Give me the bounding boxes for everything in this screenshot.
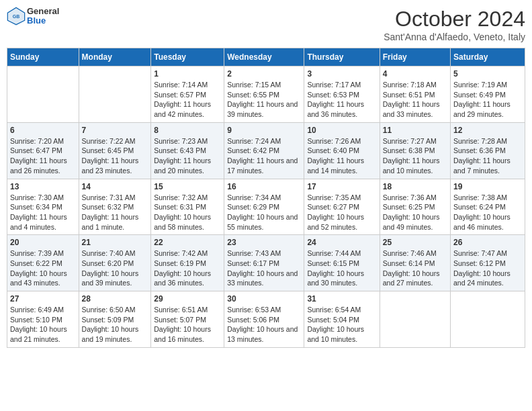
calendar-cell: 1Sunrise: 7:14 AM Sunset: 6:57 PM Daylig… bbox=[151, 66, 224, 123]
calendar-cell: 13Sunrise: 7:30 AM Sunset: 6:34 PM Dayli… bbox=[7, 179, 79, 235]
cell-info: Sunrise: 7:43 AM Sunset: 6:17 PM Dayligh… bbox=[227, 248, 301, 288]
day-number: 28 bbox=[82, 294, 148, 304]
calendar-table: SundayMondayTuesdayWednesdayThursdayFrid… bbox=[7, 48, 525, 348]
calendar-header-row: SundayMondayTuesdayWednesdayThursdayFrid… bbox=[7, 48, 525, 66]
calendar-cell: 21Sunrise: 7:40 AM Sunset: 6:20 PM Dayli… bbox=[79, 235, 151, 291]
day-number: 31 bbox=[307, 294, 376, 304]
cell-info: Sunrise: 7:39 AM Sunset: 6:22 PM Dayligh… bbox=[10, 248, 76, 288]
calendar-cell: 25Sunrise: 7:46 AM Sunset: 6:14 PM Dayli… bbox=[380, 235, 450, 291]
day-number: 20 bbox=[10, 238, 76, 247]
cell-info: Sunrise: 7:23 AM Sunset: 6:43 PM Dayligh… bbox=[154, 136, 221, 176]
svg-text:GB: GB bbox=[13, 14, 20, 19]
day-number: 1 bbox=[154, 69, 221, 79]
cell-info: Sunrise: 7:40 AM Sunset: 6:20 PM Dayligh… bbox=[82, 248, 148, 288]
day-number: 25 bbox=[383, 238, 447, 247]
day-number: 22 bbox=[154, 238, 221, 247]
day-header-wednesday: Wednesday bbox=[224, 48, 304, 66]
day-number: 24 bbox=[307, 238, 376, 247]
cell-info: Sunrise: 7:14 AM Sunset: 6:57 PM Dayligh… bbox=[154, 80, 221, 120]
logo-blue: Blue bbox=[27, 16, 59, 26]
calendar-cell: 28Sunrise: 6:50 AM Sunset: 5:09 PM Dayli… bbox=[79, 291, 151, 348]
calendar-cell: 7Sunrise: 7:22 AM Sunset: 6:45 PM Daylig… bbox=[79, 122, 151, 179]
cell-info: Sunrise: 6:54 AM Sunset: 5:04 PM Dayligh… bbox=[307, 305, 376, 345]
cell-info: Sunrise: 6:53 AM Sunset: 5:06 PM Dayligh… bbox=[227, 305, 301, 345]
page-header: GB General Blue October 2024 Sant'Anna d… bbox=[7, 7, 525, 42]
calendar-cell: 22Sunrise: 7:42 AM Sunset: 6:19 PM Dayli… bbox=[151, 235, 224, 291]
cell-info: Sunrise: 7:24 AM Sunset: 6:42 PM Dayligh… bbox=[227, 136, 301, 176]
day-number: 6 bbox=[10, 126, 76, 135]
week-row-1: 1Sunrise: 7:14 AM Sunset: 6:57 PM Daylig… bbox=[7, 66, 525, 123]
cell-info: Sunrise: 7:18 AM Sunset: 6:51 PM Dayligh… bbox=[383, 80, 447, 120]
cell-info: Sunrise: 7:19 AM Sunset: 6:49 PM Dayligh… bbox=[453, 80, 522, 120]
calendar-cell: 5Sunrise: 7:19 AM Sunset: 6:49 PM Daylig… bbox=[451, 66, 525, 123]
calendar-cell: 8Sunrise: 7:23 AM Sunset: 6:43 PM Daylig… bbox=[151, 122, 224, 179]
day-number: 18 bbox=[383, 182, 447, 191]
cell-info: Sunrise: 6:50 AM Sunset: 5:09 PM Dayligh… bbox=[82, 305, 148, 345]
calendar-cell: 17Sunrise: 7:35 AM Sunset: 6:27 PM Dayli… bbox=[304, 179, 380, 235]
cell-info: Sunrise: 6:49 AM Sunset: 5:10 PM Dayligh… bbox=[10, 305, 76, 345]
day-number: 15 bbox=[154, 182, 221, 191]
week-row-4: 20Sunrise: 7:39 AM Sunset: 6:22 PM Dayli… bbox=[7, 235, 525, 291]
calendar-cell: 26Sunrise: 7:47 AM Sunset: 6:12 PM Dayli… bbox=[451, 235, 525, 291]
calendar-cell: 18Sunrise: 7:36 AM Sunset: 6:25 PM Dayli… bbox=[380, 179, 450, 235]
calendar-cell: 19Sunrise: 7:38 AM Sunset: 6:24 PM Dayli… bbox=[451, 179, 525, 235]
cell-info: Sunrise: 7:38 AM Sunset: 6:24 PM Dayligh… bbox=[453, 193, 522, 232]
logo: GB General Blue bbox=[7, 7, 59, 26]
calendar-cell: 3Sunrise: 7:17 AM Sunset: 6:53 PM Daylig… bbox=[304, 66, 380, 123]
day-number: 29 bbox=[154, 294, 221, 304]
day-number: 17 bbox=[307, 182, 376, 191]
calendar-cell: 15Sunrise: 7:32 AM Sunset: 6:31 PM Dayli… bbox=[151, 179, 224, 235]
day-number: 11 bbox=[383, 126, 447, 135]
logo-icon: GB bbox=[7, 7, 26, 26]
day-number: 21 bbox=[82, 238, 148, 247]
day-number: 3 bbox=[307, 69, 376, 79]
day-header-monday: Monday bbox=[79, 48, 151, 66]
calendar-cell: 24Sunrise: 7:44 AM Sunset: 6:15 PM Dayli… bbox=[304, 235, 380, 291]
day-number: 9 bbox=[227, 126, 301, 135]
day-number: 26 bbox=[453, 238, 522, 247]
calendar-cell: 2Sunrise: 7:15 AM Sunset: 6:55 PM Daylig… bbox=[224, 66, 304, 123]
cell-info: Sunrise: 7:31 AM Sunset: 6:32 PM Dayligh… bbox=[82, 193, 148, 232]
cell-info: Sunrise: 7:36 AM Sunset: 6:25 PM Dayligh… bbox=[383, 193, 447, 232]
calendar-cell bbox=[380, 291, 450, 348]
day-number: 2 bbox=[227, 69, 301, 79]
day-number: 14 bbox=[82, 182, 148, 191]
day-number: 19 bbox=[453, 182, 522, 191]
calendar-cell: 23Sunrise: 7:43 AM Sunset: 6:17 PM Dayli… bbox=[224, 235, 304, 291]
day-header-thursday: Thursday bbox=[304, 48, 380, 66]
cell-info: Sunrise: 7:30 AM Sunset: 6:34 PM Dayligh… bbox=[10, 193, 76, 232]
calendar-cell: 11Sunrise: 7:27 AM Sunset: 6:38 PM Dayli… bbox=[380, 122, 450, 179]
day-number: 27 bbox=[10, 294, 76, 304]
cell-info: Sunrise: 7:27 AM Sunset: 6:38 PM Dayligh… bbox=[383, 136, 447, 176]
cell-info: Sunrise: 7:26 AM Sunset: 6:40 PM Dayligh… bbox=[307, 136, 376, 176]
calendar-cell: 6Sunrise: 7:20 AM Sunset: 6:47 PM Daylig… bbox=[7, 122, 79, 179]
calendar-cell: 14Sunrise: 7:31 AM Sunset: 6:32 PM Dayli… bbox=[79, 179, 151, 235]
cell-info: Sunrise: 7:22 AM Sunset: 6:45 PM Dayligh… bbox=[82, 136, 148, 176]
location-title: Sant'Anna d'Alfaedo, Veneto, Italy bbox=[384, 32, 525, 42]
logo-general: General bbox=[27, 7, 59, 16]
day-header-sunday: Sunday bbox=[7, 48, 79, 66]
calendar-cell: 20Sunrise: 7:39 AM Sunset: 6:22 PM Dayli… bbox=[7, 235, 79, 291]
day-header-saturday: Saturday bbox=[451, 48, 525, 66]
title-block: October 2024 Sant'Anna d'Alfaedo, Veneto… bbox=[384, 7, 525, 42]
calendar-cell bbox=[79, 66, 151, 123]
day-number: 10 bbox=[307, 126, 376, 135]
day-number: 13 bbox=[10, 182, 76, 191]
day-number: 8 bbox=[154, 126, 221, 135]
cell-info: Sunrise: 7:42 AM Sunset: 6:19 PM Dayligh… bbox=[154, 248, 221, 288]
cell-info: Sunrise: 7:34 AM Sunset: 6:29 PM Dayligh… bbox=[227, 193, 301, 232]
cell-info: Sunrise: 7:28 AM Sunset: 6:36 PM Dayligh… bbox=[453, 136, 522, 176]
week-row-5: 27Sunrise: 6:49 AM Sunset: 5:10 PM Dayli… bbox=[7, 291, 525, 348]
calendar-cell bbox=[451, 291, 525, 348]
day-header-tuesday: Tuesday bbox=[151, 48, 224, 66]
day-number: 7 bbox=[82, 126, 148, 135]
cell-info: Sunrise: 7:17 AM Sunset: 6:53 PM Dayligh… bbox=[307, 80, 376, 120]
cell-info: Sunrise: 7:44 AM Sunset: 6:15 PM Dayligh… bbox=[307, 248, 376, 288]
calendar-cell: 30Sunrise: 6:53 AM Sunset: 5:06 PM Dayli… bbox=[224, 291, 304, 348]
cell-info: Sunrise: 7:15 AM Sunset: 6:55 PM Dayligh… bbox=[227, 80, 301, 120]
calendar-cell: 4Sunrise: 7:18 AM Sunset: 6:51 PM Daylig… bbox=[380, 66, 450, 123]
month-title: October 2024 bbox=[384, 7, 525, 32]
calendar-cell: 9Sunrise: 7:24 AM Sunset: 6:42 PM Daylig… bbox=[224, 122, 304, 179]
day-number: 5 bbox=[453, 69, 522, 79]
week-row-2: 6Sunrise: 7:20 AM Sunset: 6:47 PM Daylig… bbox=[7, 122, 525, 179]
